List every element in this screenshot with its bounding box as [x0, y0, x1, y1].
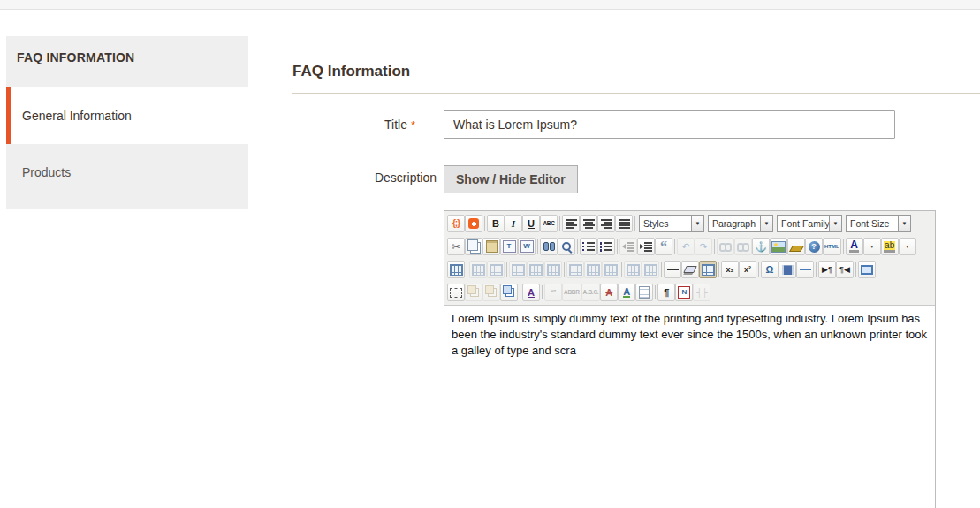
deletion-button[interactable]: A	[600, 284, 618, 301]
align-right-icon	[601, 219, 612, 229]
toolbar-separator	[520, 285, 520, 299]
redo-button: ↷	[695, 238, 712, 255]
superscript-button[interactable]: x²	[739, 261, 756, 278]
sidebar-item-general-information[interactable]: General Information	[6, 87, 248, 144]
special-character-button[interactable]: Ω	[761, 261, 779, 278]
paste-button[interactable]	[482, 238, 500, 255]
toolbar-separator	[758, 262, 759, 277]
insert-widget-button[interactable]: {;}	[447, 215, 465, 232]
insert-image-button[interactable]	[770, 238, 787, 255]
left-to-right-button[interactable]: ▶¶	[818, 261, 836, 278]
align-right-button[interactable]	[597, 215, 615, 232]
chevron-down-icon: ▼	[829, 216, 841, 231]
highlight-color-menu-button[interactable]: ▾	[899, 238, 916, 255]
toolbar-separator	[577, 239, 578, 254]
paste-as-text-button[interactable]: T	[500, 238, 518, 255]
insert-table-button[interactable]	[447, 261, 465, 278]
indent-button[interactable]	[637, 238, 655, 255]
merge-cells-button	[642, 261, 659, 278]
move-forward-button	[465, 284, 482, 301]
unlink-icon	[737, 242, 749, 252]
table-cell-properties-button	[487, 261, 505, 278]
insert-column-after-button	[584, 261, 602, 278]
right-to-left-button[interactable]: ¶◀	[836, 261, 854, 278]
strikethrough-button[interactable]: ABC	[540, 215, 558, 232]
text-color-menu-button[interactable]: ▾	[863, 238, 881, 255]
edit-html-button[interactable]: HTML	[823, 238, 841, 255]
highlight-color-button[interactable]: ab	[881, 238, 899, 255]
advanced-hr-button[interactable]	[796, 261, 814, 278]
editor-content-area[interactable]: Lorem Ipsum is simply dummy text of the …	[444, 306, 935, 508]
toggle-guidelines-button[interactable]	[699, 261, 717, 278]
numbered-list-button[interactable]	[597, 238, 615, 255]
find-replace-button[interactable]	[558, 238, 575, 255]
highlight-color-icon: ab	[884, 241, 895, 253]
absolute-position-button[interactable]	[500, 284, 518, 301]
show-hide-editor-button[interactable]: Show / Hide Editor	[444, 165, 578, 193]
right-to-left-icon: ¶◀	[839, 266, 850, 274]
italic-button[interactable]: I	[505, 215, 522, 232]
insert-media-button[interactable]	[779, 261, 796, 278]
title-input[interactable]	[444, 110, 895, 139]
underline-button[interactable]: U	[522, 215, 540, 232]
font-family-select[interactable]: Font Family▼	[777, 215, 842, 232]
subscript-button[interactable]: x₂	[721, 261, 739, 278]
bold-button[interactable]: B	[487, 215, 505, 232]
horizontal-rule-button[interactable]	[664, 261, 681, 278]
cut-button[interactable]: ✂	[447, 238, 465, 255]
strikethrough-icon: ABC	[543, 221, 554, 227]
citation-button: “”	[544, 284, 562, 301]
insert-layer-button[interactable]	[447, 284, 465, 301]
paste-from-word-button[interactable]: W	[518, 238, 536, 255]
visual-characters-button[interactable]: ¶	[657, 284, 675, 301]
align-left-button[interactable]	[562, 215, 580, 232]
text-color-button[interactable]: A	[846, 238, 863, 255]
toolbar-separator	[661, 262, 662, 277]
align-center-button[interactable]	[580, 215, 597, 232]
remove-formatting-button[interactable]	[681, 261, 699, 278]
chevron-down-icon: ▼	[898, 216, 910, 231]
move-forward-icon	[467, 285, 476, 294]
paragraph-select[interactable]: Paragraph▼	[708, 215, 773, 232]
insert-row-after-button	[527, 261, 544, 278]
paste-icon	[486, 240, 498, 253]
title-label: Title*	[292, 118, 437, 132]
insert-attributes-icon	[639, 286, 650, 299]
top-bar	[0, 0, 980, 10]
insert-link-icon	[719, 242, 732, 252]
insert-table-icon	[450, 264, 463, 276]
styles-select[interactable]: Styles▼	[639, 215, 704, 232]
find-button[interactable]	[540, 238, 558, 255]
edit-css-style-button[interactable]: A	[522, 284, 540, 301]
split-cells-button	[624, 261, 642, 278]
toolbar-separator	[564, 262, 565, 277]
insertion-button[interactable]: A	[618, 284, 635, 301]
title-label-text: Title	[384, 118, 407, 132]
nonbreaking-space-button[interactable]: N	[675, 284, 693, 301]
insert-column-before-icon	[569, 264, 582, 276]
blockquote-button[interactable]: “	[655, 238, 672, 255]
toolbar-separator	[484, 216, 485, 231]
section-divider	[292, 93, 980, 94]
insert-column-after-icon	[587, 264, 600, 276]
move-backward-button	[482, 284, 500, 301]
insert-attributes-button[interactable]	[635, 284, 653, 301]
anchor-button[interactable]: ⚓	[752, 238, 770, 255]
toolbar-separator	[537, 239, 538, 254]
sidebar: FAQ INFORMATION General Information Prod…	[6, 36, 248, 209]
outdent-button	[619, 238, 637, 255]
bullet-list-button[interactable]	[580, 238, 597, 255]
fullscreen-button[interactable]	[858, 261, 876, 278]
page-break-button: ┤├	[693, 284, 710, 301]
page-break-icon: ┤├	[696, 289, 708, 297]
align-justify-button[interactable]	[615, 215, 633, 232]
font-size-select[interactable]: Font Size▼	[846, 215, 911, 232]
insert-variable-button[interactable]	[465, 215, 482, 232]
insertion-icon: A	[623, 287, 630, 298]
delete-column-button	[602, 261, 619, 278]
cleanup-code-button[interactable]	[787, 238, 805, 255]
copy-button[interactable]	[465, 238, 482, 255]
highlight-color-menu-icon: ▾	[906, 244, 908, 249]
sidebar-item-products[interactable]: Products	[6, 144, 248, 201]
help-button[interactable]: ?	[805, 238, 823, 255]
